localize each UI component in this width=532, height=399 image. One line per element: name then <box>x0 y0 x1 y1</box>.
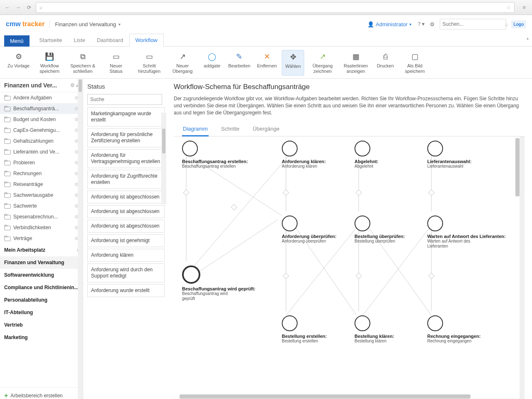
add-workspace-button[interactable]: + Arbeitsbereich erstellen <box>0 387 78 399</box>
toolbar-button[interactable]: ▢Als Bild speichern <box>400 50 430 76</box>
collapse-ribbon-icon[interactable]: ▴ <box>527 36 529 40</box>
workflow-node[interactable]: Abgelehnt:Abgelehnt <box>355 141 378 169</box>
browser-menu-button[interactable]: ≡ <box>520 3 529 12</box>
menu-button[interactable]: Menü <box>4 35 30 47</box>
nav-tab[interactable]: Startseite <box>34 34 68 46</box>
toolbar-button[interactable]: ↗Übergang zeichnen <box>308 50 337 76</box>
status-item[interactable]: Anforderung ist genehmigt <box>87 234 165 247</box>
node-circle[interactable] <box>355 141 370 156</box>
status-item[interactable]: Anforderung wird durch den Support erled… <box>87 263 165 283</box>
sub-tab[interactable]: Übergänge <box>252 122 280 136</box>
sidebar-item[interactable]: Sachwerte⚙ <box>0 201 83 211</box>
status-item[interactable]: Anforderung ist abgeschlossen <box>87 220 165 233</box>
status-item[interactable]: Anforderung ist abgeschlossen <box>87 191 165 203</box>
node-circle[interactable] <box>355 216 370 231</box>
sidebar-item[interactable]: Verbindlichkeiten⚙ <box>0 222 83 233</box>
sidebar-item[interactable]: Lieferanten und Ve...⚙ <box>0 146 83 157</box>
node-circle[interactable] <box>427 216 443 231</box>
sidebar-item[interactable]: Andere Aufgaben⚙ <box>0 92 83 103</box>
toolbar-button[interactable]: ▭Neuer Status <box>101 50 131 76</box>
node-circle[interactable] <box>427 141 443 156</box>
bookmark-star-icon[interactable]: ☆ <box>506 5 511 10</box>
diagram-vscroll[interactable] <box>515 138 520 196</box>
breadcrumb[interactable]: Finanzen und Verwaltung ▾ <box>55 21 121 27</box>
sidebar-section[interactable]: Compliance und Richtlinienin... <box>0 281 83 294</box>
node-circle[interactable] <box>427 315 443 331</box>
sidebar-section[interactable]: Marketing <box>0 331 83 344</box>
svg-rect-49 <box>231 204 237 210</box>
browser-reload-button[interactable]: ⟳ <box>25 3 33 12</box>
sidebar-section[interactable]: Softwareentwicklung <box>0 269 83 281</box>
toolbar-button[interactable]: ✎Bearbeiten <box>227 50 252 76</box>
status-item[interactable]: Anforderung für Vertragsgenehmigung erst… <box>87 149 165 168</box>
sidebar-section[interactable]: Mein Arbeitsplatz› <box>0 244 83 256</box>
status-item[interactable]: Anforderung ist abgeschlossen <box>87 205 165 218</box>
workflow-node[interactable]: Bestellung erstellen:Bestellung erstelle… <box>282 315 327 344</box>
sub-tab[interactable]: Diagramm <box>182 122 209 136</box>
node-circle[interactable] <box>282 141 298 156</box>
node-circle[interactable] <box>282 216 298 231</box>
sidebar-item[interactable]: Beschaffungsanträ...⚙ <box>0 103 83 114</box>
node-circle[interactable] <box>282 315 298 331</box>
sidebar-item[interactable]: Rechnungen⚙ <box>0 168 83 179</box>
workflow-node[interactable]: Rechnung eingegangen:Rechnung eingegange… <box>427 315 480 344</box>
search-input[interactable] <box>443 21 505 27</box>
nav-tab[interactable]: Liste <box>68 34 91 46</box>
user-menu[interactable]: 👤 Administrator ▾ <box>367 21 411 27</box>
toolbar-button[interactable]: ▦Rasterlinien anzeigen <box>341 50 371 76</box>
sidebar-scrollbar[interactable] <box>78 79 83 399</box>
sidebar-item[interactable]: CapEx-Genehmigu...⚙ <box>0 125 83 136</box>
workflow-node[interactable]: Warten auf Antwort des Lieferanten:Warte… <box>427 216 506 249</box>
sidebar-item[interactable]: Spesenabrechnun...⚙ <box>0 211 83 222</box>
toolbar-button[interactable]: ↗Neuer Übergang <box>167 50 197 76</box>
sidebar-section[interactable]: IT-Abteilung <box>0 306 83 319</box>
status-item[interactable]: Marketingkampagne wurde erstellt <box>87 107 165 126</box>
workflow-node[interactable]: Bestellung klären:Bestellung klären <box>355 315 394 344</box>
diagram-canvas[interactable]: Beschaffungsantrag erstellen:Beschaffung… <box>174 136 525 399</box>
nav-tab[interactable]: Workflow <box>129 34 164 47</box>
gear-icon[interactable]: ⚙ ▴ <box>70 82 79 88</box>
toolbar-button[interactable]: ⧉Speichern & schließen <box>68 50 98 76</box>
browser-url-bar[interactable]: ⌕ ☆ <box>36 2 515 13</box>
sidebar-item[interactable]: Gehaltszahlungen⚙ <box>0 136 83 146</box>
sidebar-item[interactable]: Probieren⚙ <box>0 157 83 168</box>
gear-icon[interactable]: ⚙ <box>430 21 435 27</box>
toolbar-button[interactable]: ⚙Zu Vorlage <box>6 50 31 76</box>
node-circle[interactable] <box>355 315 370 331</box>
sidebar-item[interactable]: Budget und Kosten⚙ <box>0 114 83 125</box>
toolbar-button[interactable]: ◯addgate <box>201 50 223 76</box>
search-icon[interactable]: ⌕ <box>505 21 508 27</box>
browser-forward-button[interactable]: → <box>14 3 22 12</box>
toolbar-button[interactable]: ✥Wählen <box>282 50 304 76</box>
global-search[interactable]: ⌕ <box>440 19 506 30</box>
sidebar-item[interactable]: Sachwertausgabe⚙ <box>0 190 83 201</box>
toolbar-button[interactable]: ⎙Drucken <box>374 50 397 76</box>
sidebar-item[interactable]: Reiseanträge⚙ <box>0 179 83 190</box>
workflow-node[interactable]: Lieferantenauswahl:Lieferantenauswahl <box>427 141 471 169</box>
sidebar-section[interactable]: Personalabteilung <box>0 294 83 306</box>
workflow-node[interactable]: Anforderung klären:Anforderung klären <box>282 141 326 169</box>
node-circle[interactable] <box>182 265 200 284</box>
workflow-node[interactable]: Beschaffungsantrag erstellen:Beschaffung… <box>182 141 248 169</box>
sub-tab[interactable]: Schritte <box>220 122 240 136</box>
status-item[interactable]: Anforderung wurde erstellt <box>87 284 165 297</box>
sidebar-item[interactable]: Verträge⚙ <box>0 233 83 244</box>
status-search-input[interactable] <box>87 94 162 105</box>
status-item[interactable]: Anforderung für persönliche Zertifizieru… <box>87 128 165 147</box>
workflow-node[interactable]: Beschaffungsantrag wird geprüft:Beschaff… <box>182 265 256 301</box>
status-item[interactable]: Anforderung für Zugriffsrechte erstellen <box>87 170 165 189</box>
nav-tab[interactable]: Dashboard <box>91 34 129 46</box>
browser-back-button[interactable]: ← <box>3 3 12 12</box>
workflow-node[interactable]: Bestellung überprüfen:Bestellung überprü… <box>355 216 405 244</box>
diagram-hscroll[interactable] <box>180 394 470 399</box>
sidebar-section[interactable]: Finanzen und Verwaltung <box>0 256 83 269</box>
workflow-node[interactable]: Anforderung überprüfen:Anforderung überp… <box>282 216 336 244</box>
toolbar-button[interactable]: ✕Entfernen <box>255 50 278 76</box>
help-icon[interactable]: ？▾ <box>416 20 425 28</box>
status-scrollbar[interactable] <box>161 113 166 204</box>
sidebar-section[interactable]: Vertrieb <box>0 319 83 331</box>
status-item[interactable]: Anforderung klären <box>87 249 165 262</box>
toolbar-button[interactable]: 💾Workflow speichern <box>34 50 64 76</box>
toolbar-button[interactable]: ▭Schritt hinzufügen <box>134 50 164 76</box>
node-circle[interactable] <box>182 141 198 156</box>
